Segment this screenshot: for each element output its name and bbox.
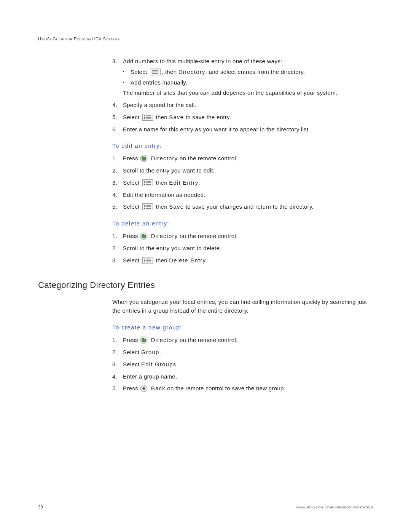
step-5: 5. Select then Save to save the entry. xyxy=(112,113,369,121)
directory-label: Directory xyxy=(178,69,206,75)
step-text: Specify a speed for the call. xyxy=(123,101,369,109)
step-text: Enter a name for this entry as you want … xyxy=(123,125,369,134)
section-paragraph: When you categorize your local entries, … xyxy=(112,298,369,315)
back-label: Back xyxy=(149,385,166,391)
list-menu-icon xyxy=(142,257,153,264)
delete-entry-label: Delete Entry xyxy=(169,257,206,264)
step-text: Add numbers to this multiple-site entry … xyxy=(123,58,282,64)
step-6: 6. Enter a name for this entry as you wa… xyxy=(112,125,369,134)
save-label: Save xyxy=(169,114,184,120)
grp-step-3: 3. Select Edit Groups. xyxy=(112,360,369,369)
subheading-create-group: To create a new group: xyxy=(112,324,369,331)
subheading-edit-entry: To edit an entry: xyxy=(112,142,369,149)
list-menu-icon xyxy=(142,179,153,186)
bullet-icon: ▪ xyxy=(123,78,131,87)
section-heading-categorizing: Categorizing Directory Entries xyxy=(38,280,373,290)
grp-step-2: 2. Select Group. xyxy=(112,348,369,356)
edit-step-4: 4. Edit the information as needed. xyxy=(112,191,369,199)
grp-step-5: 5. Press Back on the remote control to s… xyxy=(112,384,369,393)
directory-button-icon xyxy=(140,336,148,344)
directory-button-icon xyxy=(140,155,148,162)
step-number: 5. xyxy=(112,113,123,121)
edit-step-5: 5. Select then Save to save your changes… xyxy=(112,203,369,211)
step-4: 4. Specify a speed for the call. xyxy=(112,101,369,109)
footer-url: www.polycom.com/videodocumentation xyxy=(296,505,373,509)
list-menu-icon xyxy=(142,114,153,121)
step-note: The number of sites that you can add dep… xyxy=(123,89,369,97)
directory-label: Directory xyxy=(149,233,178,239)
step-number: 6. xyxy=(112,125,123,134)
group-label: Group xyxy=(141,349,159,355)
doc-header: User's Guide for Polycom HDX Systems xyxy=(38,37,373,41)
bullet-icon: ▪ xyxy=(123,68,131,76)
del-step-1: 1. Press Directory on the remote control… xyxy=(112,232,369,240)
step-number: 4. xyxy=(112,101,123,109)
page-number: 20 xyxy=(38,505,43,509)
grp-step-4: 4. Enter a group name. xyxy=(112,372,369,381)
grp-step-1: 1. Press Directory on the remote control… xyxy=(112,336,369,344)
del-step-2: 2. Scroll to the entry you want to delet… xyxy=(112,244,369,252)
directory-label: Directory xyxy=(149,155,178,161)
subheading-delete-entry: To delete an entry: xyxy=(112,220,369,227)
edit-entry-label: Edit Entry xyxy=(169,179,198,186)
edit-step-1: 1. Press Directory on the remote control… xyxy=(112,154,369,163)
bullet-add-manually: ▪ Add entries manually. xyxy=(123,78,369,87)
del-step-3: 3. Select then Delete Entry. xyxy=(112,256,369,265)
edit-step-2: 2. Scroll to the entry you want to edit. xyxy=(112,166,369,175)
bullet-select-directory: ▪ Select , then Directory, and select en… xyxy=(123,68,369,76)
save-label: Save xyxy=(169,203,184,210)
directory-label: Directory xyxy=(149,337,178,343)
list-menu-icon xyxy=(150,69,161,75)
directory-button-icon xyxy=(140,232,148,240)
edit-groups-label: Edit Groups xyxy=(141,361,176,367)
edit-step-3: 3. Select then Edit Entry. xyxy=(112,179,369,187)
step-number: 3. xyxy=(112,57,123,97)
step-3: 3. Add numbers to this multiple-site ent… xyxy=(112,57,369,97)
back-button-icon xyxy=(140,385,148,392)
list-menu-icon xyxy=(142,203,153,210)
